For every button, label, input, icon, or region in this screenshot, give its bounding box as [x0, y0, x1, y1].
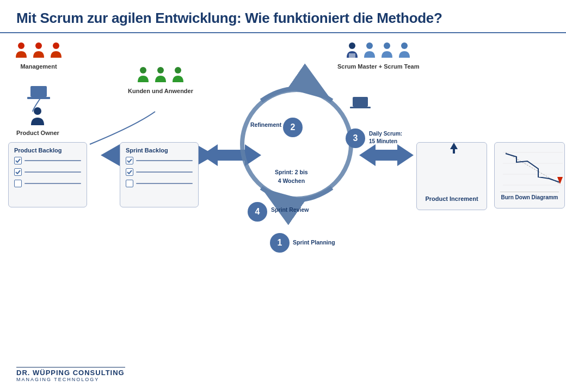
sprint-review-label: Sprint Review — [271, 206, 309, 213]
product-backlog-box: Product Backlog — [8, 142, 87, 207]
product-increment-box: Product Increment — [416, 142, 487, 210]
svg-point-12 — [53, 42, 59, 49]
checkbox-empty — [14, 180, 22, 187]
footer-line — [16, 367, 125, 368]
check-line — [24, 171, 81, 173]
person-icon — [153, 66, 168, 85]
page-title: Mit Scrum zur agilen Entwicklung: Wie fu… — [16, 10, 550, 27]
svg-point-20 — [384, 42, 390, 49]
product-owner-icon — [29, 107, 46, 130]
check-line — [136, 160, 193, 161]
svg-point-17 — [349, 42, 355, 49]
person-icon — [14, 41, 29, 61]
sprint-step-1: 1 — [270, 233, 290, 253]
svg-point-16 — [175, 67, 181, 74]
team-member-icon — [397, 41, 412, 61]
scrum-team-label: Scrum Master + Scrum Team — [337, 63, 420, 70]
checklist-item — [126, 180, 193, 187]
sprint-center-label: Sprint: 2 bis4 Wochen — [275, 168, 308, 186]
scrum-master-icon — [344, 41, 360, 61]
company-subtitle: MANAGING TECHNOLOGY — [16, 377, 125, 382]
person-icon — [48, 41, 64, 61]
refinement-label: Refinement — [250, 121, 281, 128]
person-icon — [31, 41, 46, 61]
customers-label: Kunden und Anwender — [128, 88, 193, 94]
sprint-backlog-list — [126, 157, 193, 187]
management-label: Management — [20, 63, 57, 70]
svg-point-13 — [34, 107, 41, 115]
management-group: Management — [14, 41, 64, 70]
checkbox-checked — [14, 157, 22, 164]
team-member-icon — [362, 41, 377, 61]
product-owner-label: Product Owner — [16, 130, 59, 136]
footer: DR. WÜPPING CONSULTING MANAGING TECHNOLO… — [16, 366, 125, 383]
check-line — [136, 183, 193, 184]
checklist-item — [14, 180, 81, 187]
team-member-icon — [379, 41, 395, 61]
daily-scrum-label: Daily Scrum: 15 Minuten — [369, 130, 402, 145]
svg-point-10 — [18, 42, 24, 49]
trend-arrow-up — [450, 143, 458, 154]
svg-point-11 — [35, 42, 42, 49]
checkbox-checked — [126, 168, 133, 176]
checkbox-checked — [126, 157, 133, 164]
checklist-item — [14, 168, 81, 176]
burndown-label: Burn Down Diagramm — [500, 194, 559, 200]
management-icons — [14, 41, 64, 61]
check-line — [24, 183, 81, 184]
sprint-backlog-title: Sprint Backlog — [126, 147, 193, 154]
product-increment-label: Product Increment — [425, 195, 478, 202]
checklist-item — [14, 157, 81, 164]
person-icon — [136, 66, 151, 85]
burndown-svg — [500, 147, 565, 188]
check-line — [24, 160, 81, 161]
sprint-planning-label: Sprint Planning — [293, 239, 335, 246]
product-increment-chart — [445, 147, 459, 191]
svg-point-21 — [401, 42, 408, 49]
svg-point-14 — [140, 67, 146, 74]
checkbox-empty — [126, 180, 133, 187]
product-backlog-list — [14, 157, 81, 187]
svg-rect-23 — [453, 149, 455, 154]
burndown-box: Burn Down Diagramm — [494, 142, 565, 209]
product-backlog-title: Product Backlog — [14, 147, 81, 154]
sprint-step-3: 3 — [346, 128, 365, 148]
checklist-item — [126, 168, 193, 176]
sprint-backlog-box: Sprint Backlog — [120, 142, 199, 207]
check-line — [136, 171, 193, 173]
header: Mit Scrum zur agilen Entwicklung: Wie fu… — [0, 0, 566, 33]
burndown-chart — [500, 147, 559, 191]
main-content: Management Product Owner — [0, 33, 566, 354]
checklist-item — [126, 157, 193, 164]
company-name: DR. WÜPPING CONSULTING — [16, 369, 125, 377]
svg-point-15 — [157, 67, 164, 74]
person-icon — [170, 66, 186, 85]
customers-group: Kunden und Anwender — [128, 66, 193, 94]
checkbox-checked — [14, 168, 22, 176]
svg-rect-18 — [349, 53, 355, 58]
svg-marker-22 — [450, 143, 458, 149]
sprint-step-4: 4 — [248, 202, 267, 222]
scrum-team-icons — [344, 41, 412, 61]
product-owner-group: Product Owner — [16, 107, 59, 136]
customers-icons — [136, 66, 186, 85]
sprint-step-2: 2 — [283, 118, 303, 137]
scrum-team-group: Scrum Master + Scrum Team — [337, 41, 420, 70]
svg-point-19 — [366, 42, 373, 49]
